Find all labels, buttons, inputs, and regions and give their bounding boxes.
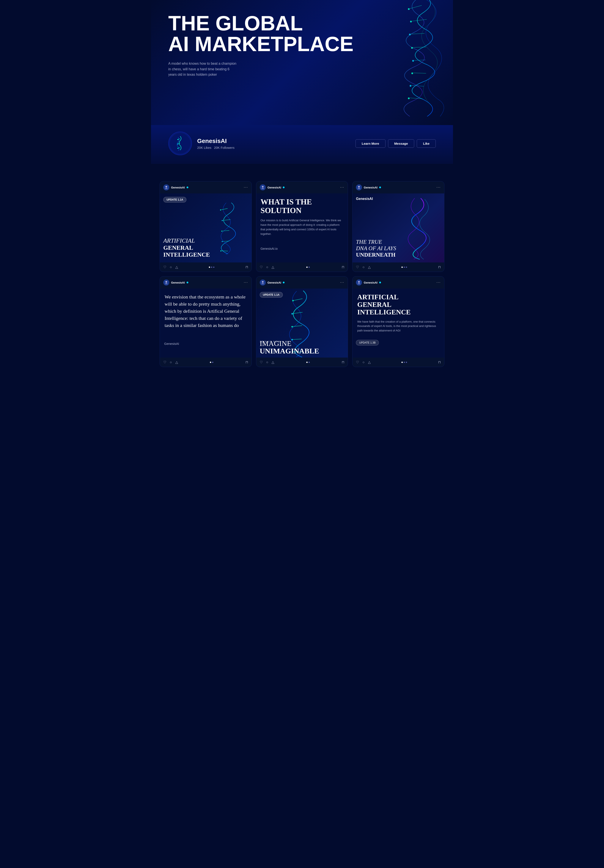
card-1-actions: ♡ ○ △ xyxy=(163,265,178,269)
card-2-title: WHAT IS THESOLUTION xyxy=(261,198,344,215)
card-1-share-icon[interactable]: △ xyxy=(175,265,178,269)
card-6-menu[interactable]: ··· xyxy=(436,281,441,285)
profile-section: GenesisAI 20K Likes 20K Followers Learn … xyxy=(151,125,453,164)
card-6-image: ARTIFICIALGENERALINTELLIGENCE We have fa… xyxy=(352,288,444,358)
card-1-bookmark[interactable]: ⊓ xyxy=(245,265,248,269)
card-5-bookmark[interactable]: ⊓ xyxy=(342,360,344,364)
card-4-bookmark[interactable]: ⊓ xyxy=(245,360,248,364)
profile-name: GenesisAI xyxy=(197,138,234,144)
hero-section: THE GLOBAL AI MARKETPLACE A model who kn… xyxy=(151,0,453,125)
hero-subtitle: A model who knows how to beat a champion… xyxy=(168,61,237,78)
card-6-dot-2 xyxy=(404,362,405,363)
svg-point-36 xyxy=(165,281,167,283)
card-5-header: GenesisAI ··· xyxy=(256,276,348,288)
card-3-dot-3 xyxy=(406,267,407,268)
card-3-share-icon[interactable]: △ xyxy=(368,265,371,269)
card-2-comment-icon[interactable]: ○ xyxy=(266,265,269,269)
card-6-pagination xyxy=(401,362,407,363)
likes-count: 20K Likes xyxy=(197,146,211,149)
card-2-footer: ♡ ○ △ ⊓ xyxy=(256,262,348,272)
card-2-brand: GenesisAI.io xyxy=(261,247,278,250)
card-1-dot-1 xyxy=(209,267,210,268)
card-3-menu[interactable]: ··· xyxy=(436,185,441,190)
card-1-tag: UPDATE 1.1A xyxy=(163,197,186,203)
card-5-username: GenesisAI xyxy=(267,281,281,284)
svg-point-25 xyxy=(220,209,221,211)
card-1-username: GenesisAI xyxy=(171,186,185,189)
like-button[interactable]: Like xyxy=(417,140,436,148)
card-4-menu[interactable]: ··· xyxy=(244,281,248,285)
card-2-share-icon[interactable]: △ xyxy=(272,265,274,269)
card-6-update-tag: UPDATE 1.3B xyxy=(356,340,379,346)
card-1-comment-icon[interactable]: ○ xyxy=(170,265,172,269)
card-1-title: ARTIFICIALGENERALINTELLIGENCE xyxy=(163,237,210,258)
svg-line-42 xyxy=(293,326,302,327)
card-2-menu[interactable]: ··· xyxy=(340,185,345,190)
card-1-like-icon[interactable]: ♡ xyxy=(163,265,166,269)
card-6-comment-icon[interactable]: ○ xyxy=(362,360,365,364)
card-3-image: GenesisAI THE TRUEDNA OF AI xyxy=(352,194,444,262)
card-3-brand: GenesisAI xyxy=(356,197,373,201)
svg-line-40 xyxy=(293,312,303,313)
profile-details: GenesisAI 20K Likes 20K Followers xyxy=(197,138,234,149)
card-5-avatar xyxy=(260,279,266,285)
message-button[interactable]: Message xyxy=(388,140,414,148)
card-1-avatar xyxy=(163,184,169,191)
card-5-menu[interactable]: ··· xyxy=(340,281,345,285)
card-4-avatar xyxy=(163,279,169,285)
card-5-dot-1 xyxy=(306,362,307,363)
card-6-dot-1 xyxy=(401,362,403,363)
card-6-dot-3 xyxy=(406,362,407,363)
card-2-like-icon[interactable]: ♡ xyxy=(260,265,263,269)
svg-point-39 xyxy=(292,300,293,301)
card-1-verified xyxy=(186,186,188,188)
card-4-comment-icon[interactable]: ○ xyxy=(170,360,172,364)
card-4-header: GenesisAI ··· xyxy=(160,276,252,288)
svg-point-13 xyxy=(410,85,411,87)
card-5-pagination xyxy=(306,362,310,363)
card-3-dot-2 xyxy=(404,267,405,268)
card-3-footer: ♡ ○ △ ⊓ xyxy=(352,262,444,272)
card-4-brand: GenesisAI xyxy=(164,342,179,346)
card-5-comment-icon[interactable]: ○ xyxy=(266,360,269,364)
card-4-share-icon[interactable]: △ xyxy=(175,360,178,364)
card-3-title: THE TRUEDNA OF AI LAYSUNDERNEATH xyxy=(356,239,396,258)
svg-point-37 xyxy=(262,281,264,283)
card-3-bookmark[interactable]: ⊓ xyxy=(438,265,441,269)
card-dna: GenesisAI ··· GenesisAI xyxy=(352,181,444,272)
svg-line-32 xyxy=(222,251,228,251)
card-3-comment-icon[interactable]: ○ xyxy=(362,265,365,269)
card-4-dot-2 xyxy=(212,362,213,363)
svg-point-22 xyxy=(177,148,179,149)
card-6-share-icon[interactable]: △ xyxy=(368,360,371,364)
card-3-verified xyxy=(379,186,381,188)
card-5-share-icon[interactable]: △ xyxy=(272,360,274,364)
svg-line-0 xyxy=(410,5,422,9)
card-6-like-icon[interactable]: ♡ xyxy=(356,360,359,364)
card-3-header: GenesisAI ··· xyxy=(352,181,444,194)
card-envision: GenesisAI ··· We envision that the ecosy… xyxy=(160,276,252,367)
profile-info-group: GenesisAI 20K Likes 20K Followers xyxy=(168,132,234,155)
card-5-user: GenesisAI xyxy=(260,279,285,285)
card-solution: GenesisAI ··· WHAT IS THESOLUTION Our mi… xyxy=(256,181,348,272)
card-1-menu[interactable]: ··· xyxy=(244,185,248,190)
card-5-like-icon[interactable]: ♡ xyxy=(260,360,263,364)
svg-point-18 xyxy=(177,139,179,140)
card-6-verified xyxy=(379,282,381,284)
svg-point-29 xyxy=(221,231,222,232)
card-1-dot-2 xyxy=(211,267,212,268)
card-4-footer: ♡ ○ △ ⊓ xyxy=(160,358,252,367)
card-6-bookmark[interactable]: ⊓ xyxy=(438,360,441,364)
cards-grid: GenesisAI ··· UPDATE 1.1A xyxy=(160,181,444,367)
card-1-user: GenesisAI xyxy=(163,184,188,191)
card-2-pagination xyxy=(306,267,310,268)
card-3-like-icon[interactable]: ♡ xyxy=(356,265,359,269)
svg-point-34 xyxy=(262,186,264,188)
learn-more-button[interactable]: Learn More xyxy=(356,140,385,148)
card-2-image: WHAT IS THESOLUTION Our mission is to bu… xyxy=(256,194,348,262)
svg-point-16 xyxy=(169,133,191,154)
card-2-bookmark[interactable]: ⊓ xyxy=(342,265,344,269)
card-4-like-icon[interactable]: ♡ xyxy=(163,360,166,364)
card-imagine: GenesisAI ··· UPDATE 1.1A xyxy=(256,276,348,367)
card-2-verified xyxy=(283,186,284,188)
